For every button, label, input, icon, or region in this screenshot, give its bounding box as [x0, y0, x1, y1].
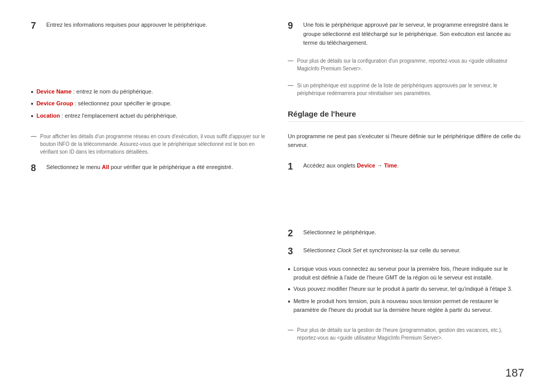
note-2-right: — Si un périphérique est supprimé de la …	[288, 82, 524, 97]
step-3-right-content: Sélectionnez Clock Set et synchronisez-l…	[303, 246, 524, 255]
step-9-number: 9	[288, 21, 298, 32]
note-3-text: Pour plus de détails sur la gestion de l…	[297, 326, 524, 342]
step-1-right-content: Accédez aux onglets Device → Time.	[303, 161, 524, 171]
note-1-right: — Pour plus de détails sur la configurat…	[288, 57, 524, 72]
step-8-block: 8 Sélectionnez le menu All pour vérifier…	[31, 163, 267, 174]
bullet-time-1-text: Lorsque vous vous connectez au serveur p…	[293, 265, 524, 283]
note-1-right-dash: —	[288, 57, 293, 63]
note-3-dash: —	[288, 326, 293, 332]
step-8-text: Sélectionnez le menu	[46, 164, 100, 170]
step-1-right-text: Accédez aux onglets	[303, 162, 356, 169]
step-3-clock-set: Clock Set	[337, 247, 361, 253]
bullet-device-name: • Device Name : entrez le nom du périphé…	[31, 87, 267, 98]
step-8-highlight: All	[102, 164, 109, 170]
step-1-arrow: →	[377, 162, 384, 169]
device-group-suffix: : sélectionnez pour spécifier le groupe.	[73, 100, 171, 106]
left-column: 7 Entrez les informations requises pour …	[31, 21, 267, 371]
right-column: 9 Une fois le périphérique approuvé par …	[288, 21, 524, 371]
note-1-dash: —	[31, 133, 36, 139]
step-1-time-highlight: Time	[384, 162, 397, 169]
step-8-number: 8	[31, 163, 41, 174]
step-8-text-after: pour vérifier que le périphérique a été …	[110, 164, 233, 170]
note-2-right-text: Si un périphérique est supprimé de la li…	[297, 82, 524, 97]
step-7-block: 7 Entrez les informations requises pour …	[31, 21, 267, 32]
section-subtitle: Un programme ne peut pas s'exécuter si l…	[288, 132, 524, 150]
step-1-right-number: 1	[288, 161, 298, 173]
step-1-right-block: 1 Accédez aux onglets Device → Time.	[288, 161, 524, 173]
note-1-text: Pour afficher les détails d'un programme…	[40, 133, 267, 156]
bullet-time-3-text: Mettre le produit hors tension, puis à n…	[293, 297, 524, 315]
location-label: Location	[36, 113, 60, 119]
note-2-right-dash: —	[288, 82, 293, 88]
step-7-number: 7	[31, 21, 41, 32]
bullet-time-2-text: Vous pouvez modifier l'heure sur le prod…	[293, 285, 512, 294]
note-3-right: — Pour plus de détails sur la gestion de…	[288, 326, 524, 342]
device-name-label: Device Name	[36, 88, 72, 95]
bullet-time-2: • Vous pouvez modifier l'heure sur le pr…	[288, 285, 524, 295]
device-group-label: Device Group	[36, 100, 73, 106]
device-info-bullets: • Device Name : entrez le nom du périphé…	[31, 87, 267, 124]
step-3-text-before: Sélectionnez	[303, 247, 337, 253]
step-1-text-after: .	[397, 162, 399, 169]
note-1-right-text: Pour plus de détails sur la configuratio…	[297, 57, 524, 72]
location-suffix: : entrez l'emplacement actuel du périphé…	[60, 113, 177, 119]
step-2-right-number: 2	[288, 228, 298, 239]
step-7-text: Entrez les informations requises pour ap…	[46, 21, 267, 30]
step-2-right-text: Sélectionnez le périphérique.	[303, 228, 524, 237]
step-9-block: 9 Une fois le périphérique approuvé par …	[288, 21, 524, 48]
bullet-location: • Location : entrez l'emplacement actuel…	[31, 111, 267, 122]
step-1-device-highlight: Device	[357, 162, 375, 169]
bullet-time-3: • Mettre le produit hors tension, puis à…	[288, 297, 524, 315]
step-2-right-block: 2 Sélectionnez le périphérique.	[288, 228, 524, 239]
section-title: Réglage de l'heure	[288, 109, 524, 122]
step-3-right-number: 3	[288, 246, 298, 257]
note-1-left: — Pour afficher les détails d'un program…	[31, 133, 267, 156]
time-section-bullets: • Lorsque vous vous connectez au serveur…	[288, 265, 524, 317]
bullet-device-group: • Device Group : sélectionnez pour spéci…	[31, 99, 267, 109]
step-9-text: Une fois le périphérique approuvé par le…	[303, 21, 524, 48]
page-number: 187	[505, 366, 524, 380]
step-3-right-block: 3 Sélectionnez Clock Set et synchronisez…	[288, 246, 524, 257]
device-name-suffix: : entrez le nom du périphérique.	[71, 88, 153, 95]
bullet-time-1: • Lorsque vous vous connectez au serveur…	[288, 265, 524, 283]
step-8-content: Sélectionnez le menu All pour vérifier q…	[46, 163, 267, 172]
step-3-text-after: et synchronisez-la sur celle du serveur.	[361, 247, 460, 253]
